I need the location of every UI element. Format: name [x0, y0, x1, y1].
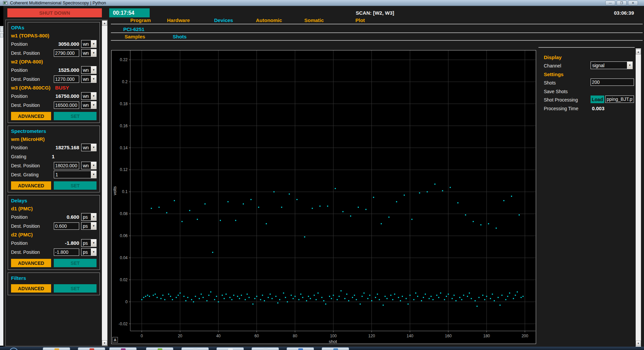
chevron-down-icon[interactable]: ▼: [91, 213, 96, 220]
tab-devices[interactable]: Devices: [214, 17, 233, 23]
tab-samples[interactable]: Samples: [125, 34, 145, 39]
taskbar-button[interactable]: [109, 347, 137, 350]
scatter-point: [342, 211, 343, 212]
control-row: Dest. Positionps▼: [11, 247, 97, 256]
shots-input[interactable]: [591, 78, 634, 86]
chevron-down-icon[interactable]: ▼: [91, 102, 96, 109]
chevron-down-icon[interactable]: ▼: [91, 40, 96, 47]
dest-position-input[interactable]: [54, 49, 79, 57]
sidebar-group-spectrometers: Spectrometerswm (MicroHR)Position18275.1…: [8, 126, 100, 192]
taskbar-button[interactable]: [78, 347, 105, 350]
chevron-down-icon[interactable]: ▼: [91, 49, 96, 56]
taskbar[interactable]: [0, 347, 644, 350]
hardware-name-row: d2 (PMC): [11, 230, 97, 238]
tab-hardware[interactable]: Hardware: [167, 17, 190, 23]
scatter-point: [509, 293, 510, 294]
scatter-point: [477, 306, 478, 307]
set-button[interactable]: SET: [54, 181, 97, 190]
units-select[interactable]: wn▼: [81, 40, 97, 48]
tab-plot[interactable]: Plot: [355, 17, 365, 23]
tab-autonomic[interactable]: Autonomic: [256, 17, 282, 23]
start-orb-icon[interactable]: [9, 348, 18, 350]
x-tick-label: 140: [407, 334, 413, 338]
tab-somatic[interactable]: Somatic: [304, 17, 324, 23]
advanced-button[interactable]: ADVANCED: [11, 284, 51, 293]
dest-position-input[interactable]: [54, 222, 79, 230]
taskbar-button[interactable]: [216, 347, 244, 350]
chevron-down-icon[interactable]: ▼: [91, 222, 96, 229]
scatter-point: [233, 295, 234, 296]
units-select[interactable]: ps▼: [81, 222, 97, 230]
tab-shots[interactable]: Shots: [173, 34, 187, 39]
chevron-down-icon[interactable]: ▼: [91, 93, 96, 100]
shots-plot[interactable]: -0.0200.020.040.060.080.10.120.140.160.1…: [111, 50, 536, 344]
dest-position-input[interactable]: [54, 248, 79, 256]
position-value: -1.800: [54, 240, 79, 246]
right-scrollbar[interactable]: ▲ ▼: [636, 48, 641, 347]
units-select[interactable]: wn▼: [81, 101, 97, 109]
minimize-button[interactable]: —: [605, 1, 615, 5]
y-tick-label: 0.12: [120, 167, 128, 172]
chevron-down-icon[interactable]: ▼: [91, 248, 96, 255]
dest-grating-select[interactable]: 1▼: [54, 171, 97, 178]
advanced-button[interactable]: ADVANCED: [11, 112, 51, 120]
chevron-down-icon[interactable]: ▼: [91, 162, 96, 169]
taskbar-button[interactable]: [252, 347, 279, 350]
taskbar-button[interactable]: [146, 347, 173, 350]
set-button[interactable]: SET: [54, 112, 97, 120]
units-select[interactable]: ps▼: [81, 248, 97, 256]
shutdown-button[interactable]: SHUT DOWN: [7, 8, 102, 17]
chevron-down-icon[interactable]: ▼: [91, 144, 96, 151]
set-button[interactable]: SET: [54, 259, 97, 267]
scatter-point: [465, 214, 466, 215]
chevron-down-icon[interactable]: ▼: [91, 171, 96, 178]
units-select[interactable]: wn▼: [81, 49, 97, 57]
units-select[interactable]: wn▼: [81, 92, 97, 100]
chevron-down-icon[interactable]: ▼: [91, 75, 96, 82]
sidebar-scrollbar[interactable]: ▲ ▼: [102, 20, 107, 346]
processing-script-field[interactable]: [605, 96, 634, 103]
set-button[interactable]: SET: [54, 284, 97, 293]
taskbar-button[interactable]: [322, 347, 349, 350]
tab-program[interactable]: Program: [130, 17, 151, 23]
dest-position-label: Dest. Position: [11, 223, 54, 229]
scatter-point: [413, 299, 414, 300]
load-script-button[interactable]: Load: [591, 96, 604, 103]
channel-select[interactable]: signal ▼: [591, 61, 633, 69]
chevron-down-icon[interactable]: ▼: [91, 66, 96, 73]
scatter-point: [208, 295, 209, 296]
window-titlebar[interactable]: Coherent Multidimensional Spectroscopy |…: [0, 0, 644, 6]
scroll-down-icon[interactable]: ▼: [102, 340, 107, 346]
scroll-up-icon[interactable]: ▲: [636, 49, 641, 54]
scatter-point: [157, 297, 158, 298]
taskbar-button[interactable]: [287, 347, 314, 350]
taskbar-button[interactable]: [43, 347, 70, 350]
restore-button[interactable]: ❐: [617, 1, 627, 5]
dest-position-input[interactable]: [54, 75, 79, 83]
scatter-point: [296, 199, 297, 200]
scroll-down-icon[interactable]: ▼: [636, 341, 641, 346]
dest-position-input[interactable]: [54, 162, 79, 169]
plot-canvas[interactable]: -0.0200.020.040.060.080.10.120.140.160.1…: [112, 50, 536, 344]
scroll-up-icon[interactable]: ▲: [102, 20, 107, 26]
scatter-point: [314, 295, 315, 296]
close-button[interactable]: ✕: [628, 1, 638, 5]
units-select[interactable]: wn▼: [81, 144, 97, 151]
chevron-down-icon[interactable]: ▼: [91, 239, 96, 246]
group-buttons: ADVANCEDSET: [11, 181, 97, 190]
units-select[interactable]: wn▼: [81, 75, 97, 83]
autoscale-button[interactable]: A: [112, 337, 118, 343]
tab-pci-6251[interactable]: PCI-6251: [123, 26, 144, 32]
position-value: 16750.000: [54, 93, 79, 99]
units-select[interactable]: ps▼: [81, 239, 97, 247]
advanced-button[interactable]: ADVANCED: [11, 259, 51, 267]
dest-position-input[interactable]: [54, 102, 79, 109]
units-select[interactable]: wn▼: [81, 66, 97, 74]
units-select[interactable]: ps▼: [81, 213, 97, 221]
chevron-down-icon[interactable]: ▼: [627, 62, 632, 69]
advanced-button[interactable]: ADVANCED: [11, 181, 51, 190]
taskbar-button[interactable]: [181, 347, 209, 350]
scatter-point: [153, 295, 154, 296]
scatter-point: [172, 299, 173, 300]
units-select[interactable]: wn▼: [81, 162, 97, 169]
